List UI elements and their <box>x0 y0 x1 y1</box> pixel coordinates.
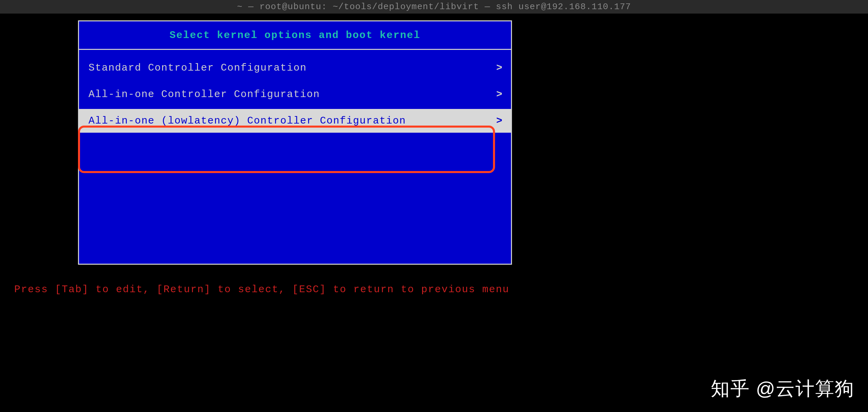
boot-menu-item-aio-lowlatency[interactable]: All-in-one (lowlatency) Controller Confi… <box>79 109 511 133</box>
chevron-right-icon: > <box>496 115 503 127</box>
boot-menu-hint: Press [Tab] to edit, [Return] to select,… <box>14 284 509 295</box>
terminal-titlebar: ~ — root@ubuntu: ~/tools/deployment/libv… <box>0 0 868 14</box>
boot-menu-item-label: All-in-one Controller Configuration <box>88 89 320 100</box>
chevron-right-icon: > <box>496 89 503 100</box>
boot-menu-item-label: Standard Controller Configuration <box>88 62 307 74</box>
boot-menu-item-standard[interactable]: Standard Controller Configuration > <box>79 56 511 80</box>
boot-menu-item-label: All-in-one (lowlatency) Controller Confi… <box>88 115 406 127</box>
boot-menu-title: Select kernel options and boot kernel <box>170 30 420 41</box>
boot-menu-items: Standard Controller Configuration > All-… <box>79 50 511 139</box>
boot-menu-box: Select kernel options and boot kernel St… <box>78 20 512 265</box>
boot-menu-item-aio[interactable]: All-in-one Controller Configuration > <box>79 82 511 106</box>
watermark-text: 知乎 @云计算狗 <box>711 376 854 402</box>
terminal-screen: Select kernel options and boot kernel St… <box>0 14 868 412</box>
chevron-right-icon: > <box>496 62 503 74</box>
boot-menu-title-bar: Select kernel options and boot kernel <box>79 21 511 50</box>
